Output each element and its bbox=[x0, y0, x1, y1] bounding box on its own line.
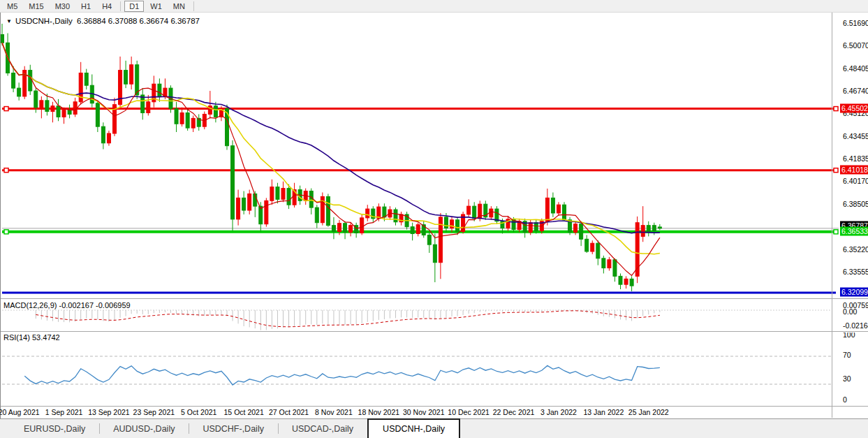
date-label: 5 Oct 2021 bbox=[181, 408, 216, 416]
symbol-tab-audusd[interactable]: AUDUSD-,Daily bbox=[99, 419, 189, 438]
candle bbox=[411, 227, 414, 234]
chart-canvas[interactable] bbox=[1, 13, 868, 418]
date-label: 25 Jan 2022 bbox=[628, 408, 669, 416]
timeframe-button-m5[interactable]: M5 bbox=[2, 1, 22, 12]
date-label: 23 Sep 2021 bbox=[133, 408, 175, 416]
candle bbox=[248, 194, 251, 210]
candle bbox=[315, 207, 318, 223]
ma-medium-line bbox=[2, 43, 660, 254]
price-label-chip: 6.32099 bbox=[840, 287, 868, 296]
candle bbox=[265, 200, 268, 224]
chart-window: ▼USDCNH-,Daily 6.36884 6.37088 6.36674 6… bbox=[0, 13, 868, 418]
support-line-green-right-marker[interactable] bbox=[834, 230, 838, 234]
timeframe-toolbar: M5M15M30H1H4D1W1MN bbox=[0, 0, 868, 13]
candle bbox=[124, 71, 128, 85]
rsi-axis-tick: 30 bbox=[843, 374, 851, 383]
candle bbox=[613, 260, 617, 277]
rsi-axis-tick: 0 bbox=[843, 395, 847, 404]
chart-title: ▼USDCNH-,Daily 6.36884 6.37088 6.36674 6… bbox=[6, 17, 200, 25]
price-tick: 6.41835 bbox=[843, 154, 868, 163]
resistance-line-2-left-marker[interactable] bbox=[4, 168, 8, 173]
candle bbox=[62, 110, 66, 117]
price-label-chip: 6.45502 bbox=[840, 103, 868, 112]
price-tick: 6.46740 bbox=[843, 87, 868, 95]
timeframe-button-h4[interactable]: H4 bbox=[97, 1, 117, 12]
date-label: 13 Jan 2022 bbox=[583, 408, 624, 416]
candle bbox=[84, 73, 88, 86]
panel-separator[interactable] bbox=[1, 331, 868, 332]
resistance-line-1-left-marker[interactable] bbox=[4, 107, 8, 111]
timeframe-button-h1[interactable]: H1 bbox=[76, 1, 96, 12]
candle bbox=[360, 218, 364, 233]
ma-fast-line bbox=[2, 43, 660, 275]
candle bbox=[433, 244, 436, 263]
timeframe-button-m15[interactable]: M15 bbox=[24, 1, 48, 12]
candle bbox=[456, 220, 459, 232]
candle bbox=[96, 103, 99, 126]
timeframe-button-w1[interactable]: W1 bbox=[145, 1, 167, 12]
price-tick: 6.40170 bbox=[843, 177, 868, 185]
candle bbox=[366, 209, 369, 218]
panel-separator[interactable] bbox=[1, 298, 868, 299]
date-label: 10 Dec 2021 bbox=[448, 408, 490, 416]
timeframe-button-mn[interactable]: MN bbox=[168, 1, 190, 12]
price-label-chip: 6.41018 bbox=[840, 165, 868, 174]
candle bbox=[608, 260, 611, 268]
candle bbox=[51, 106, 54, 112]
price-tick: 6.43455 bbox=[843, 132, 868, 140]
resistance-line-2-right-marker[interactable] bbox=[834, 168, 838, 173]
candle bbox=[281, 189, 285, 200]
date-label: 30 Nov 2021 bbox=[403, 408, 445, 416]
candle bbox=[45, 101, 49, 112]
symbol-tab-eurusd[interactable]: EURUSD-,Daily bbox=[10, 419, 99, 438]
candle bbox=[180, 113, 184, 124]
candle bbox=[444, 217, 448, 228]
candle bbox=[276, 187, 279, 200]
date-label: 13 Sep 2021 bbox=[88, 408, 130, 416]
date-label: 8 Nov 2021 bbox=[315, 408, 353, 416]
candle bbox=[596, 243, 600, 258]
candle bbox=[416, 225, 420, 234]
chart-ohlc-values: 6.36884 6.37088 6.36674 6.36787 bbox=[77, 17, 200, 25]
panel-separator bbox=[1, 406, 868, 407]
candle bbox=[427, 235, 431, 244]
rsi-axis-tick: 70 bbox=[843, 351, 851, 359]
candle bbox=[29, 71, 32, 91]
candle bbox=[383, 207, 386, 217]
price-label-chip: 6.36533 bbox=[840, 226, 868, 235]
rsi-line bbox=[24, 365, 660, 385]
candle bbox=[534, 223, 538, 231]
date-label: 27 Oct 2021 bbox=[269, 408, 309, 416]
candle bbox=[394, 210, 397, 222]
candle bbox=[237, 198, 240, 219]
axis-divider bbox=[832, 13, 832, 418]
chart-dropdown-icon[interactable]: ▼ bbox=[6, 18, 12, 24]
symbol-tab-usdchf[interactable]: USDCHF-,Daily bbox=[189, 419, 278, 438]
candle bbox=[557, 205, 560, 213]
symbol-tab-usdcnh[interactable]: USDCNH-,Daily bbox=[367, 418, 460, 438]
candle bbox=[349, 226, 353, 233]
symbol-tab-usdcad[interactable]: USDCAD-,Daily bbox=[278, 419, 367, 438]
candle bbox=[1, 34, 4, 43]
candle bbox=[107, 133, 110, 143]
macd-axis-tick: -0.02164 bbox=[843, 321, 868, 330]
toolbar-separator bbox=[193, 1, 194, 11]
timeframe-button-d1[interactable]: D1 bbox=[124, 1, 144, 12]
price-tick: 6.48405 bbox=[843, 64, 868, 73]
support-line-green-left-marker[interactable] bbox=[4, 230, 8, 234]
date-label: 15 Oct 2021 bbox=[224, 408, 264, 416]
date-label: 1 Sep 2021 bbox=[45, 408, 83, 416]
candle bbox=[624, 279, 628, 284]
resistance-line-1-right-marker[interactable] bbox=[834, 107, 838, 111]
candle bbox=[545, 198, 549, 221]
price-tick: 6.35220 bbox=[843, 245, 868, 254]
candle bbox=[147, 102, 150, 113]
candle bbox=[551, 198, 554, 213]
candle bbox=[602, 258, 605, 268]
candle bbox=[17, 88, 21, 96]
price-tick: 6.50070 bbox=[843, 41, 868, 50]
timeframe-button-m30[interactable]: M30 bbox=[50, 1, 75, 12]
candle bbox=[619, 276, 622, 284]
candle bbox=[57, 106, 60, 117]
trading-terminal-window: M5M15M30H1H4D1W1MN ▼USDCNH-,Daily 6.3688… bbox=[0, 0, 868, 438]
